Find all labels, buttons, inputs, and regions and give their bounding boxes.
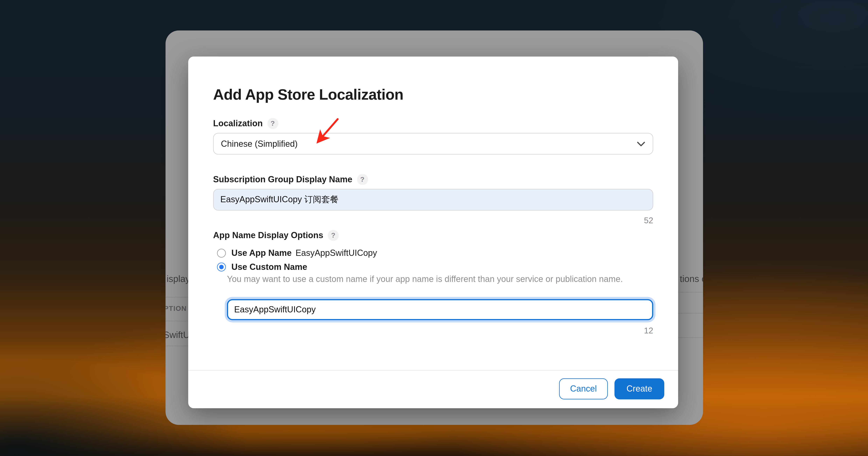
- radio-selected-icon[interactable]: [217, 262, 226, 272]
- use-app-name-value: EasyAppSwiftUICopy: [296, 248, 377, 258]
- chevron-down-icon: [637, 141, 646, 147]
- use-app-name-radio-row[interactable]: Use App Name EasyAppSwiftUICopy: [217, 247, 377, 259]
- background-text-fragment: SwiftU: [165, 329, 190, 340]
- custom-name-input[interactable]: [227, 299, 653, 320]
- footer-divider: [188, 370, 678, 371]
- add-localization-dialog: Add App Store Localization Localization …: [188, 57, 678, 408]
- dialog-title: Add App Store Localization: [213, 85, 403, 104]
- group-name-label-row: Subscription Group Display Name ?: [213, 174, 368, 185]
- background-text-fragment: tions o: [680, 273, 703, 284]
- use-custom-name-label: Use Custom Name: [231, 262, 307, 272]
- group-display-name-input[interactable]: [213, 189, 653, 210]
- screen: isplay PTION SwiftU tions o Add App Stor…: [0, 0, 868, 456]
- help-icon[interactable]: ?: [267, 118, 278, 129]
- background-table-header-fragment: PTION: [165, 305, 187, 312]
- localization-label: Localization: [213, 118, 263, 129]
- localization-label-row: Localization ?: [213, 118, 278, 129]
- group-name-label: Subscription Group Display Name: [213, 174, 352, 184]
- use-custom-name-radio-row[interactable]: Use Custom Name: [217, 261, 307, 273]
- custom-name-char-count: 12: [644, 326, 653, 335]
- radio-unselected-icon[interactable]: [217, 249, 226, 258]
- use-app-name-label: Use App Name: [231, 248, 291, 258]
- options-label: App Name Display Options: [213, 230, 323, 240]
- help-icon[interactable]: ?: [357, 174, 368, 185]
- help-icon[interactable]: ?: [328, 230, 339, 241]
- options-label-row: App Name Display Options ?: [213, 230, 339, 241]
- create-button[interactable]: Create: [614, 378, 664, 399]
- background-text-fragment: isplay: [166, 273, 190, 284]
- group-name-char-count: 52: [644, 216, 653, 225]
- custom-name-helper-text: You may want to use a custom name if you…: [227, 273, 645, 285]
- cancel-button[interactable]: Cancel: [559, 378, 608, 399]
- localization-selected-value: Chinese (Simplified): [221, 139, 637, 149]
- localization-select[interactable]: Chinese (Simplified): [213, 133, 653, 154]
